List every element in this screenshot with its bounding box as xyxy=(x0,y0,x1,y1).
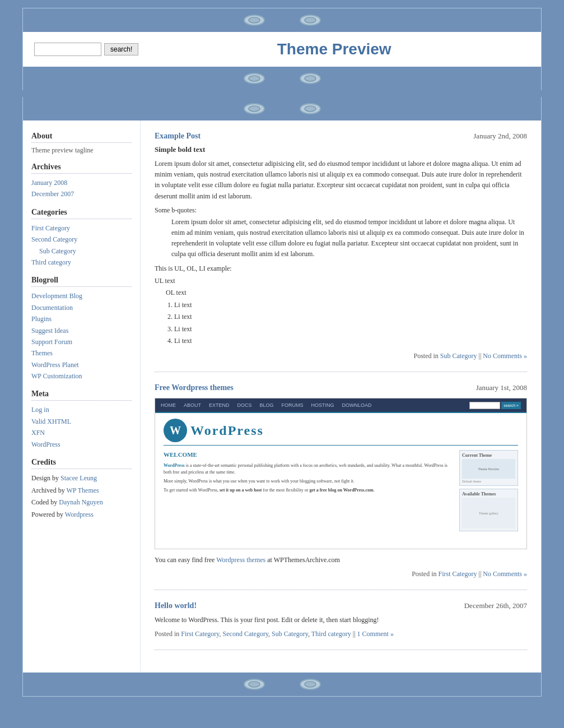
post-title-example[interactable]: Example Post xyxy=(155,132,201,141)
credits-coded-link[interactable]: Daynah Nguyen xyxy=(59,498,102,506)
sidebar-item-xhtml[interactable]: Valid XHTML xyxy=(31,416,132,427)
post-ul-text: UL text xyxy=(155,275,192,288)
sidebar-categories-title: Categories xyxy=(31,208,132,219)
post-title-hello[interactable]: Hello world! xyxy=(155,601,197,610)
post-date-hello: December 26th, 2007 xyxy=(464,601,527,610)
sidebar-item-jan2008[interactable]: January 2008 xyxy=(31,177,132,188)
post-body-wpthemes: You can easy find free Wordpress themes … xyxy=(155,555,527,565)
sidebar-item-plugins[interactable]: Plugins xyxy=(31,313,132,324)
credits-powered-link[interactable]: Wordpress xyxy=(65,511,94,518)
sidebar: About Theme preview tagline Archives Jan… xyxy=(23,120,141,673)
ring-icon-7 xyxy=(243,678,265,690)
ring-icon-6 xyxy=(299,103,321,115)
post-wp-themes: Free Wordpress themes January 1st, 2008 … xyxy=(155,383,527,590)
post-title-wpthemes[interactable]: Free Wordpress themes xyxy=(155,383,234,392)
site-title: Theme Preview xyxy=(138,40,530,58)
credits-design-link[interactable]: Stacee Leung xyxy=(60,474,97,482)
svg-point-13 xyxy=(249,681,260,687)
post-comments-2[interactable]: 1 Comment » xyxy=(357,630,394,638)
list-item: Li text xyxy=(174,323,192,336)
post-date-example: January 2nd, 2008 xyxy=(473,132,527,141)
sidebar-meta-title: Meta xyxy=(31,389,132,401)
post-comments-0[interactable]: No Comments » xyxy=(483,352,527,360)
header-outer: search! Theme Preview xyxy=(0,0,564,90)
post-footer-hello: Posted in First Category, Second Categor… xyxy=(155,630,527,638)
svg-point-15 xyxy=(305,681,316,687)
post-footer-wpthemes: Posted in First Category || No Comments … xyxy=(155,570,527,578)
post-list-label: This is UL, OL, LI example: xyxy=(155,265,527,273)
sidebar-item-devblog[interactable]: Development Blog xyxy=(31,290,132,302)
svg-point-7 xyxy=(305,76,316,81)
header-top-rings: search! Theme Preview xyxy=(0,0,564,90)
post-body-example: Lorem ipsum dolor sit amet, consectetur … xyxy=(155,159,527,202)
search-input[interactable] xyxy=(34,43,101,56)
sidebar-item-wpplanet[interactable]: WordPress Planet xyxy=(31,359,132,370)
post-cat-fc[interactable]: First Category xyxy=(181,630,219,638)
post-cat-subcat[interactable]: Sub Category xyxy=(440,352,477,360)
credits-archived: Archived by WP Themes xyxy=(31,485,132,497)
post-body-hello: Welcome to WordPress. This is your first… xyxy=(155,615,527,625)
sidebar-item-dec2007[interactable]: December 2007 xyxy=(31,188,132,200)
post-comments-1[interactable]: No Comments » xyxy=(483,570,527,578)
post-date-wpthemes: January 1st, 2008 xyxy=(476,383,527,392)
wp-nav-blog: BLOG xyxy=(260,402,274,408)
sidebar-item-login[interactable]: Log in xyxy=(31,404,132,415)
sidebar-item-wpcustom[interactable]: WP Customization xyxy=(31,370,132,382)
wp-logo-circle: W xyxy=(164,419,187,442)
ring-icon-1 xyxy=(243,14,265,26)
post-blockquote: Lorem ipsum dolor sit amet, consectetur … xyxy=(171,217,527,260)
ring-icon-3 xyxy=(243,72,265,85)
svg-point-5 xyxy=(249,76,260,81)
main-wrapper: About Theme preview tagline Archives Jan… xyxy=(22,97,542,697)
wp-nav-extend: EXTEND xyxy=(209,402,230,408)
sidebar-blogroll-title: Blogroll xyxy=(31,276,132,287)
sidebar-tagline: Theme preview tagline xyxy=(31,146,132,155)
sidebar-credits-title: Credits xyxy=(31,458,132,469)
post-cat-firstcat[interactable]: First Category xyxy=(439,570,477,578)
sidebar-item-thirdcat[interactable]: Third category xyxy=(31,257,132,268)
ring-icon-8 xyxy=(299,678,321,690)
svg-point-9 xyxy=(249,106,260,112)
post-subtitle-example: Simple bold text xyxy=(155,145,527,154)
wp-nav-hosting: HOSTING xyxy=(311,402,334,408)
svg-point-3 xyxy=(305,17,316,23)
wp-search-input[interactable] xyxy=(469,402,500,409)
wp-nav-forums: FORUMS xyxy=(282,402,304,408)
sidebar-item-themes[interactable]: Themes xyxy=(31,347,132,359)
credits-powered: Powered by Wordpress xyxy=(31,509,132,521)
post-wpthemes-link[interactable]: Wordpress themes xyxy=(216,556,265,564)
credits-coded: Coded by Daynah Nguyen xyxy=(31,497,132,509)
post-hello-world: Hello world! December 26th, 2007 Welcome… xyxy=(155,601,527,650)
sidebar-item-wordpress[interactable]: WordPress xyxy=(31,439,132,450)
post-cat-sub2[interactable]: Sub Category xyxy=(272,630,308,638)
post-cat-sc[interactable]: Second Category xyxy=(223,630,269,638)
svg-point-1 xyxy=(249,17,260,23)
main-outer: About Theme preview tagline Archives Jan… xyxy=(0,90,564,719)
sidebar-item-support[interactable]: Support Forum xyxy=(31,336,132,347)
sidebar-about-title: About xyxy=(31,132,132,143)
wp-search-btn[interactable]: search » xyxy=(501,402,521,409)
sidebar-item-suggest[interactable]: Suggest Ideas xyxy=(31,325,132,336)
ring-icon-2 xyxy=(299,14,321,26)
wp-screenshot: HOME ABOUT EXTEND DOCS BLOG FORUMS HOSTI… xyxy=(155,398,527,549)
sidebar-item-xfn[interactable]: XFN xyxy=(31,427,132,438)
post-ol-text: OL text xyxy=(166,287,192,299)
sidebar-archives-title: Archives xyxy=(31,163,132,174)
wp-logo-text: WordPress xyxy=(190,423,264,438)
sidebar-item-firstcat[interactable]: First Category xyxy=(31,222,132,234)
credits-design: Design by Stacee Leung xyxy=(31,472,132,485)
credits-archived-link[interactable]: WP Themes xyxy=(66,486,99,494)
ring-icon-4 xyxy=(299,72,321,85)
content-area: Example Post January 2nd, 2008 Simple bo… xyxy=(141,120,541,673)
sidebar-item-secondcat[interactable]: Second Category xyxy=(31,234,132,245)
search-area: search! xyxy=(34,43,138,56)
ring-icon-5 xyxy=(243,103,265,115)
wp-nav-download: DOWNLOAD xyxy=(342,402,372,408)
list-item: Li text xyxy=(174,311,192,323)
search-button[interactable]: search! xyxy=(104,43,138,55)
header-content: search! Theme Preview xyxy=(23,32,541,67)
sidebar-item-docs[interactable]: Documentation xyxy=(31,302,132,313)
post-bquote-label: Some b-quotes: xyxy=(155,206,527,215)
post-cat-third[interactable]: Third category xyxy=(311,630,351,638)
sidebar-item-subcat[interactable]: Sub Category xyxy=(31,245,132,257)
